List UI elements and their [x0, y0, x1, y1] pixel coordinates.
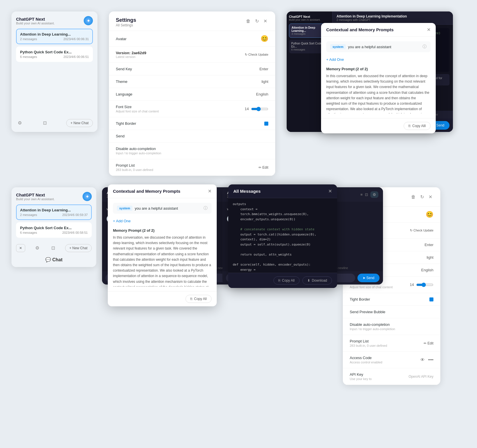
bottom-prompt-list-sublabel: 283 built-in, 0 user-defined	[350, 344, 387, 347]
check-update-button[interactable]: ↻ Check Update	[245, 53, 268, 57]
all-messages-body: outputs context = torch.bmm(attn_weights…	[228, 198, 337, 273]
language-value: English	[256, 92, 268, 96]
bottom-close-btn[interactable]: ✕	[427, 193, 433, 201]
bottom-settings-actions: 🗑 ↻ ✕	[410, 193, 433, 201]
new-chat-button[interactable]: + New Chat	[66, 119, 93, 127]
panel2-share-icon[interactable]: ⊡	[365, 191, 368, 198]
contextual-modal-body: system you are a helpful assistant ⓘ + A…	[321, 37, 436, 118]
bottom-settings-btn[interactable]: ⚙	[34, 244, 41, 252]
theme-value: light	[261, 79, 268, 84]
bottom-font-slider[interactable]	[416, 283, 433, 287]
bottom-new-chat-btn[interactable]: + New Chat	[65, 244, 92, 252]
sidebar-header: ChatGPT Next Build your own AI assistant…	[16, 16, 93, 25]
bottom-system-row: system you are a helpful assistant ⓘ	[113, 203, 212, 214]
settings-icon-btn[interactable]: ⚙	[16, 118, 24, 127]
mini-sidebar-header: ChatGPT Next Build your own AI assistant…	[289, 15, 330, 21]
contextual-modal-footer: ⎘ Copy Alll	[321, 118, 436, 133]
bottom-info-btn[interactable]: ⓘ	[204, 206, 208, 211]
refresh-icon-btn[interactable]: ↻	[254, 17, 260, 25]
contextual-modal-bottom: Contextual and Memory Prompts ✕ system y…	[108, 184, 217, 306]
bottom-memory-text: In this conversation, we discussed the c…	[113, 235, 212, 287]
tight-border-toggle[interactable]	[264, 122, 268, 126]
access-eye-btn[interactable]: 👁	[419, 356, 426, 364]
avatar-value[interactable]: 😊	[261, 35, 268, 42]
bottom-chat-meta2: 6 messages 2023/4/6 00:58:51	[20, 231, 88, 234]
prompt-list-sublabel: 283 built-in, 0 user-defined	[116, 168, 153, 172]
bottom-sidebar-header: ChatGPT Next Build your own AI assistant…	[16, 192, 92, 201]
bottom-check-update-btn[interactable]: ↻ Check Update	[410, 229, 433, 232]
panel2-settings-icon[interactable]: ⚙	[370, 191, 378, 198]
system-badge: system	[330, 44, 346, 49]
bottom-sidebar: ChatGPT Next Build your own AI assistant…	[11, 187, 96, 267]
api-key-label: API Key	[350, 372, 372, 377]
contextual-modal-bottom-close[interactable]: ✕	[208, 188, 212, 194]
copy-all-button[interactable]: ⎘ Copy Alll	[404, 122, 431, 130]
send-key-row: Send Key Enter	[109, 63, 275, 75]
all-messages-close[interactable]: ✕	[328, 188, 332, 194]
contextual-copy-all-btn[interactable]: ⎘ Copy All	[185, 295, 212, 303]
panel2-list-icon[interactable]: ≡	[360, 191, 363, 198]
access-code-row: Access Code Access control enabled 👁 •••…	[343, 352, 440, 368]
add-one-button[interactable]: + Add One	[326, 56, 344, 63]
bottom-refresh-btn[interactable]: ↻	[419, 193, 425, 201]
share-icon-btn[interactable]: ⊡	[41, 118, 48, 127]
bottom-trash-btn[interactable]: 🗑	[410, 193, 417, 201]
autocomplete-label: Disable auto-completion	[116, 147, 161, 151]
copy-icon: ⎘	[408, 124, 410, 128]
code-output: outputs context = torch.bmm(attn_weights…	[233, 202, 333, 273]
mini-app-subtitle: Build your own AI assistant.	[289, 18, 330, 21]
edit-button[interactable]: ✏ Edit	[259, 165, 268, 170]
access-code-value: 👁 ••••	[419, 356, 433, 364]
bottom-chat-item[interactable]: Python Quick Sort Code Ex... 6 messages …	[16, 222, 92, 238]
bottom-sidebar-title: ChatGPT Next	[16, 192, 55, 197]
bottom-chat-title2: Python Quick Sort Code Ex...	[20, 226, 88, 230]
trash-icon-btn[interactable]: 🗑	[245, 17, 252, 25]
settings-header: Settings All Settings 🗑 ↻ ✕	[109, 11, 275, 31]
bottom-chat-title: Attention in Deep Learning...	[20, 208, 88, 212]
send-key-label: Send Key	[116, 67, 132, 71]
font-size-row: Font Size Adjust font size of chat conte…	[109, 101, 275, 117]
api-key-value: OpenAI API Key	[408, 375, 433, 379]
chat-main-title: Attention in Deep Learning Implementatio…	[337, 14, 449, 18]
tight-border-label: Tight Border	[116, 121, 136, 126]
top-row: ChatGPT Next Build your own AI assistant…	[11, 11, 466, 176]
close-icon-btn[interactable]: ✕	[262, 17, 268, 25]
bottom-sidebar-footer: ✕ ⚙ ⊡ + New Chat	[16, 240, 92, 252]
system-info-btn[interactable]: ⓘ	[423, 44, 427, 49]
bottom-language-value: English	[421, 268, 433, 272]
chat-list-item[interactable]: Python Quick Sort Code Ex... 6 messages …	[16, 46, 93, 62]
contextual-modal-bottom-footer: ⎘ Copy All	[108, 291, 217, 306]
copy-icon2: ⎘	[190, 297, 192, 301]
contextual-modal-close[interactable]: ✕	[427, 27, 431, 32]
font-size-slider[interactable]	[251, 107, 268, 111]
bottom-system-badge: system	[117, 206, 132, 211]
top-chat-area: ChatGPT Next Build your own AI assistant…	[287, 11, 453, 132]
all-messages-download-btn[interactable]: ⬇ Download	[302, 276, 332, 285]
panel2-send-btn[interactable]: ➤ Send	[357, 274, 380, 282]
bottom-share-btn[interactable]: ⊡	[50, 244, 57, 252]
chat-list-item[interactable]: Attention in Deep Learning... 2 messages…	[16, 29, 93, 44]
avatar-label: Avatar	[116, 37, 126, 41]
bottom-avatar-emoji[interactable]: 😊	[426, 211, 433, 218]
sidebar-title: ChatGPT Next	[16, 17, 55, 22]
theme-row: Theme light	[109, 75, 275, 88]
bottom-prompt-list-row: Prompt List 283 built-in, 0 user-defined…	[343, 335, 440, 352]
autocomplete-row: Disable auto-completion Input / to trigg…	[109, 143, 275, 159]
bottom-system-text: you are a helpful assistant	[135, 206, 178, 211]
bottom-add-one-btn[interactable]: + Add One	[113, 217, 131, 225]
language-row: Language English	[109, 88, 275, 101]
bottom-tight-border-toggle[interactable]	[429, 297, 433, 301]
avatar-row: Avatar 😊	[109, 31, 275, 47]
all-messages-header: All Messages ✕	[228, 184, 337, 198]
close-sidebar-btn[interactable]: ✕	[16, 244, 25, 252]
bottom-row: ChatGPT Next Build your own AI assistant…	[11, 187, 466, 385]
bottom-sidebar-subtitle: Build your own AI assistant.	[16, 197, 55, 201]
bottom-edit-btn[interactable]: ✏ Edit	[424, 341, 433, 345]
settings-all-label: All Settings	[116, 23, 136, 27]
am-copy-icon: ⎘	[278, 278, 280, 283]
chat-item-title: Python Quick Sort Code Ex...	[20, 50, 89, 54]
send-key-value: Enter	[259, 67, 268, 71]
all-messages-copy-btn[interactable]: ⎘ Copy All	[273, 276, 300, 285]
bottom-chat-item-active[interactable]: Attention in Deep Learning... 2 messages…	[16, 204, 92, 220]
font-size-label: Font Size	[116, 105, 159, 109]
